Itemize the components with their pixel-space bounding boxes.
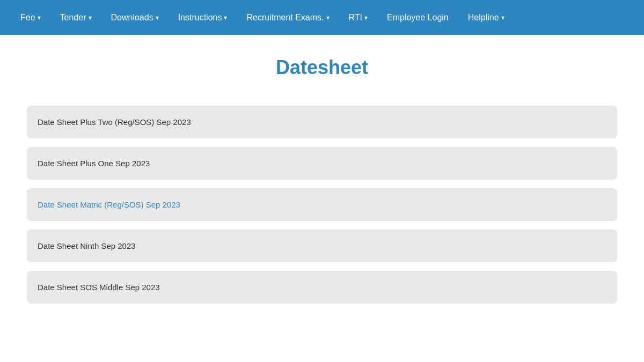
downloads-caret-icon: ▾ [156,14,159,21]
rti-caret-icon: ▾ [364,14,368,21]
nav-item-tender[interactable]: Tender▾ [50,0,101,35]
tender-caret-icon: ▾ [89,14,92,21]
datesheet-item-ninth[interactable]: Date Sheet Ninth Sep 2023 [27,230,617,262]
main-navigation: Fee▾Tender▾Downloads▾Instructions▾Recrui… [0,0,644,35]
datesheet-item-matric[interactable]: Date Sheet Matric (Reg/SOS) Sep 2023 [27,188,617,221]
instructions-caret-icon: ▾ [224,14,227,21]
nav-item-instructions[interactable]: Instructions▾ [169,0,237,35]
nav-item-recruitment-exams[interactable]: Recruitment Exams.▾ [237,0,339,35]
datesheet-link-matric[interactable]: Date Sheet Matric (Reg/SOS) Sep 2023 [38,200,180,209]
main-content: Datesheet Date Sheet Plus Two (Reg/SOS) … [0,35,644,334]
datesheet-list: Date Sheet Plus Two (Reg/SOS) Sep 2023Da… [27,106,617,304]
page-title: Datesheet [27,56,617,79]
fee-caret-icon: ▾ [38,14,41,21]
datesheet-item-sos-middle[interactable]: Date Sheet SOS Middle Sep 2023 [27,271,617,304]
recruitment-exams-caret-icon: ▾ [326,14,330,21]
nav-item-fee[interactable]: Fee▾ [11,0,50,35]
nav-item-downloads[interactable]: Downloads▾ [101,0,169,35]
helpline-caret-icon: ▾ [501,14,504,21]
datesheet-item-plus-one[interactable]: Date Sheet Plus One Sep 2023 [27,147,617,180]
nav-item-rti[interactable]: RTI▾ [339,0,377,35]
datesheet-item-plus-two[interactable]: Date Sheet Plus Two (Reg/SOS) Sep 2023 [27,106,617,138]
nav-item-helpline[interactable]: Helpline▾ [458,0,514,35]
nav-item-employee-login[interactable]: Employee Login [377,0,458,35]
